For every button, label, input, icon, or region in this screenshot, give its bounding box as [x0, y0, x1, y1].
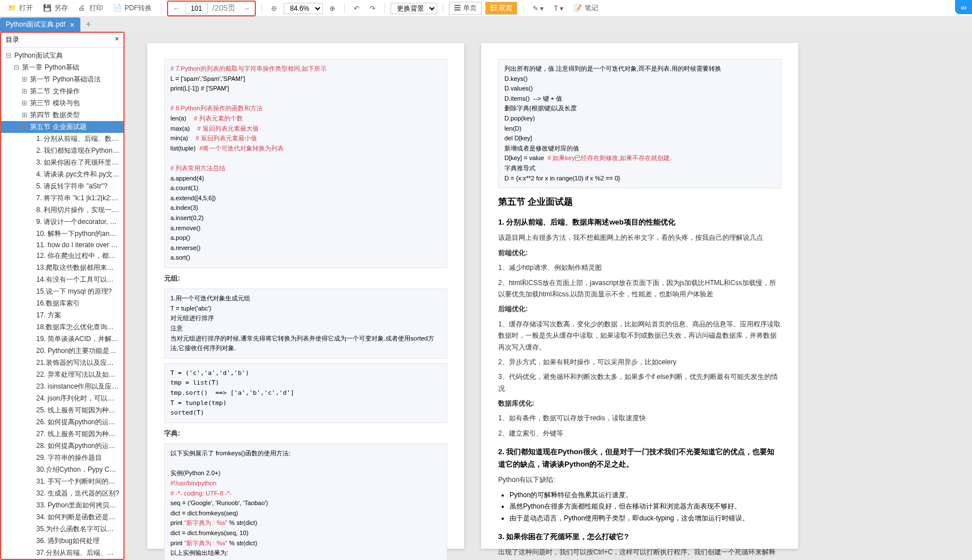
outline-label: 16.数据库索引: [36, 299, 80, 307]
outline-item[interactable]: 1. 分别从前端、后端、数据库...: [1, 133, 123, 145]
toggle-icon[interactable]: ⊞: [22, 99, 28, 107]
outline-item[interactable]: 18.数据库怎么优化查询效率?: [1, 321, 123, 333]
outline-item[interactable]: 36. 遇到bug如何处理: [1, 535, 123, 547]
outline-item[interactable]: ⊞ 第二节 文件操作: [1, 85, 123, 97]
single-page-button[interactable]: ☰ 单页: [449, 2, 481, 15]
outline-item[interactable]: 24. json序列化时，可以处理的...: [1, 393, 123, 404]
outline-item[interactable]: 25. 线上服务可能因为种种原因...: [1, 404, 123, 416]
rotate-right-button[interactable]: ↷: [366, 5, 379, 12]
toggle-icon[interactable]: ⊞: [22, 111, 28, 119]
tuple-heading: 元组:: [164, 273, 447, 284]
outline-item[interactable]: 4. 请谈谈.pyc文件和.py文件的...: [1, 169, 123, 180]
outline-item[interactable]: 7. 将字符串 "k:1 |k1:2|k2:3|k3...: [1, 192, 123, 204]
outline-item[interactable]: 11. how do I iterate over a s...: [1, 240, 123, 250]
outline-item[interactable]: 10. 解释一下python的and-or...: [1, 228, 123, 240]
outline-item[interactable]: 20. Python的主要功能是什么?: [1, 345, 123, 357]
outline-item[interactable]: ⊞ 第一节 Python基础语法: [1, 74, 123, 85]
outline-item[interactable]: 9. 请设计一个decorator, 它可...: [1, 216, 123, 228]
tab-label: Python面试宝典.pdf: [6, 20, 65, 29]
outline-label: 32. 生成器，迭代器的区别?: [36, 489, 119, 497]
outline-item[interactable]: 14.有没有一个工具可以帮助查...: [1, 274, 123, 286]
close-tab-icon[interactable]: ×: [70, 20, 74, 29]
outline-item[interactable]: 37.分别从前端、后端、数据库...: [1, 547, 123, 559]
corner-app-icon[interactable]: ∞: [955, 0, 972, 14]
outline-item[interactable]: 8. 利用切片操作，实现一个trim...: [1, 204, 123, 216]
prev-page-button[interactable]: ←: [170, 4, 183, 13]
database-label: 数据库优化:: [498, 398, 781, 409]
background-select[interactable]: 更换背景: [391, 3, 437, 14]
next-page-button[interactable]: →: [240, 4, 252, 13]
pdf-convert-button[interactable]: 📄PDF转换: [110, 2, 155, 14]
outline-item[interactable]: ⊟ 第五节 企业面试题: [1, 121, 123, 133]
outline-item[interactable]: 12. 你在爬虫过程中，都是怎么...: [1, 250, 123, 262]
outline-item[interactable]: 31. 手写一个判断时间的装饰器...: [1, 476, 123, 488]
outline-item[interactable]: 5. 请反转字符串 "aStr"?: [1, 180, 123, 192]
new-tab-button[interactable]: +: [80, 17, 97, 32]
outline-item[interactable]: 35.为什么函数名字可以当做参...: [1, 523, 123, 535]
text-button[interactable]: T ▾: [550, 5, 566, 12]
code-block-tuple: 1.用一个可迭代对象生成元组 T = tuple('abc') 对元组进行排序 …: [164, 288, 447, 359]
outline-item[interactable]: 15.说一下 mysql 的原理?: [1, 286, 123, 298]
outline-label: 21.装饰器的写法以及应用场景...: [36, 359, 123, 367]
toggle-icon[interactable]: ⊟: [22, 123, 28, 131]
toggle-icon[interactable]: ⊟: [6, 51, 12, 59]
outline-tree[interactable]: ⊟ Python面试宝典⊟ 第一章 Python基础⊞ 第一节 Python基础…: [1, 48, 123, 559]
zoom-out-button[interactable]: ⊖: [268, 5, 280, 12]
page-input[interactable]: [185, 3, 208, 14]
pen-button[interactable]: ✎ ▾: [529, 5, 547, 12]
outline-label: 36. 遇到bug如何处理: [36, 537, 100, 545]
outline-label: 8. 利用切片操作，实现一个trim...: [36, 206, 123, 214]
sidebar-close-icon[interactable]: ×: [115, 35, 119, 45]
outline-label: 22. 异常处理写法以及如何主动...: [36, 371, 123, 378]
backend-item-1: 1、缓存存储读写次数高，变化少的数据，比如网站首页的信息、商品的信息等。应用程序…: [498, 318, 781, 353]
outline-item[interactable]: 2. 我们都知道现在Python很火...: [1, 145, 123, 157]
outline-item[interactable]: 27. 线上服务可能因为种种原因...: [1, 428, 123, 440]
outline-item[interactable]: ⊟ Python面试宝典: [1, 50, 123, 62]
toggle-icon[interactable]: ⊞: [22, 87, 28, 95]
outline-item[interactable]: 3. 如果你困在了死循环里，怎...: [1, 157, 123, 169]
outline-label: 26. 如何提高python的运行效率...: [36, 418, 123, 426]
open-button[interactable]: 📁打开: [5, 2, 36, 14]
file-tab[interactable]: Python面试宝典.pdf ×: [0, 18, 80, 32]
outline-label: 11. how do I iterate over a s...: [36, 241, 123, 249]
outline-item[interactable]: 19. 简单谈谈ACID，并解释每一...: [1, 333, 123, 345]
outline-item[interactable]: 16.数据库索引: [1, 298, 123, 309]
database-item-1: 1、如有条件，数据可以存放于redis，读取速度快: [498, 412, 781, 424]
question-2-intro: Python有以下缺陷:: [498, 474, 781, 485]
outline-sidebar: 目录 × ⊟ Python面试宝典⊟ 第一章 Python基础⊞ 第一节 Pyt…: [0, 32, 125, 560]
toggle-icon[interactable]: ⊞: [22, 75, 28, 83]
outline-label: 10. 解释一下python的and-or...: [36, 230, 123, 238]
zoom-in-button[interactable]: ⊕: [326, 5, 339, 12]
outline-item[interactable]: 30.介绍Cython，Pypy Cpython...: [1, 464, 123, 476]
save-button[interactable]: 💾另存: [40, 2, 71, 14]
outline-item[interactable]: 23. isinstance作用以及应用场...: [1, 381, 123, 393]
question-3-intro: 出现了这种问题时，我们可以按Ctrl+C，这样可以打断执行程序。我们创建一个死循…: [498, 546, 781, 560]
outline-item[interactable]: ⊞ 第三节 模块与包: [1, 97, 123, 109]
zoom-select[interactable]: 84.6%: [284, 3, 323, 14]
outline-item[interactable]: 34. 如何判断是函数还是方法?: [1, 511, 123, 523]
outline-item[interactable]: 28. 如何提高python的运行效率...: [1, 440, 123, 452]
sidebar-title: 目录: [6, 35, 19, 45]
folder-icon: 📁: [8, 4, 17, 13]
outline-item[interactable]: 32. 生成器，迭代器的区别?: [1, 488, 123, 499]
outline-item[interactable]: 17. 方案: [1, 309, 123, 321]
double-page-button[interactable]: ☷ 双页: [485, 2, 517, 15]
outline-item[interactable]: 21.装饰器的写法以及应用场景...: [1, 357, 123, 369]
code-block-dict-ops: 列出所有的键，值.注意得到的是一个可迭代对象,而不是列表.用的时候需要转换 D.…: [498, 59, 781, 188]
list-item: Python的可解释特征会拖累其运行速度。: [509, 489, 781, 501]
outline-item[interactable]: 13.爬取这些数据都用来做什么...: [1, 262, 123, 274]
print-button[interactable]: 🖨打印: [75, 2, 106, 14]
rotate-left-button[interactable]: ↶: [350, 5, 363, 12]
outline-item[interactable]: ⊞ 第四节 数据类型: [1, 109, 123, 121]
outline-item[interactable]: 22. 异常处理写法以及如何主动...: [1, 369, 123, 381]
document-viewport[interactable]: # 7.Python的列表的截取与字符串操作类型相同,如下所示 L = ['sp…: [125, 32, 972, 560]
outline-item[interactable]: ⊟ 第一章 Python基础: [1, 62, 123, 74]
outline-item[interactable]: 29. 字符串的操作题目: [1, 452, 123, 464]
outline-label: 9. 请设计一个decorator, 它可...: [36, 218, 123, 226]
toggle-icon[interactable]: ⊟: [14, 63, 20, 71]
outline-label: 27. 线上服务可能因为种种原因...: [36, 430, 123, 438]
outline-item[interactable]: 26. 如何提高python的运行效率...: [1, 416, 123, 428]
page-total-label: /205页: [210, 3, 238, 14]
notes-button[interactable]: 📝笔记: [570, 2, 602, 14]
outline-item[interactable]: 33. Python里面如何拷贝一个对...: [1, 499, 123, 511]
